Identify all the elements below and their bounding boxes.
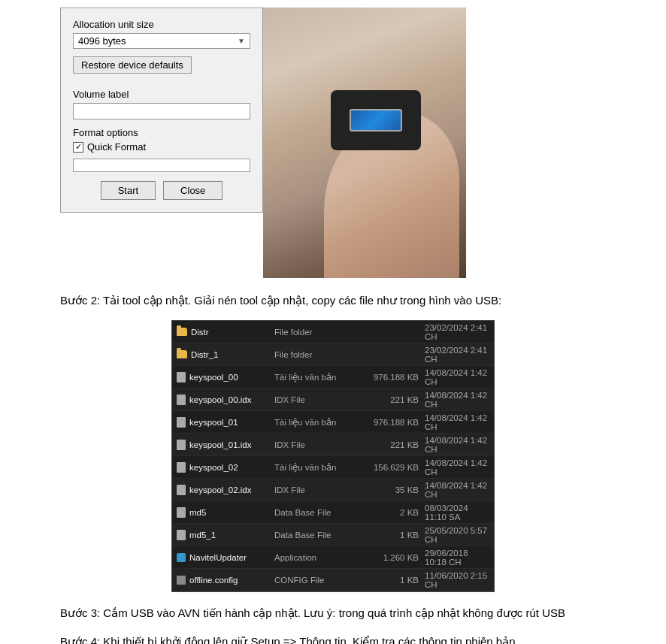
file-row: NavitelUpdater Application 1.260 KB 29/0…: [172, 546, 494, 569]
format-dialog: Allocation unit size 4096 bytes ▼ Restor…: [60, 8, 263, 213]
file-row: keyspool_01.idx IDX File 221 KB 14/08/20…: [172, 434, 494, 456]
restore-row: Restore device defaults: [73, 56, 250, 81]
file-row: keyspool_02.idx IDX File 35 KB 14/08/202…: [172, 479, 494, 501]
usb-device: [331, 90, 421, 150]
file-date: 08/03/2024 11:10 SA: [425, 503, 489, 522]
file-name: keyspool_00.idx: [177, 395, 274, 405]
volume-label-input[interactable]: [73, 103, 250, 119]
file-date: 23/02/2024 2:41 CH: [425, 323, 489, 341]
file-name: md5: [177, 507, 274, 518]
allocation-label: Allocation unit size: [73, 19, 250, 30]
allocation-select[interactable]: 4096 bytes ▼: [73, 33, 250, 49]
doc-icon: [177, 395, 186, 405]
file-type: File folder: [274, 328, 365, 337]
doc-icon: [177, 417, 186, 428]
navitel-icon: [177, 553, 186, 562]
file-size: 976.188 KB: [365, 373, 425, 382]
file-size: 1.260 KB: [365, 553, 425, 562]
file-size: 976.188 KB: [365, 418, 425, 427]
file-row: offline.config CONFIG File 1 KB 11/06/20…: [172, 569, 494, 591]
top-section: Allocation unit size 4096 bytes ▼ Restor…: [60, 8, 606, 278]
file-type: Tài liệu văn bản: [274, 462, 365, 473]
file-row: md5_1 Data Base File 1 KB 25/05/2020 5:5…: [172, 524, 494, 546]
volume-label-text: Volume label: [73, 89, 250, 100]
file-row: Distr File folder 23/02/2024 2:41 CH: [172, 321, 494, 343]
file-type: Data Base File: [274, 508, 365, 517]
file-date: 14/08/2024 1:42 CH: [425, 391, 489, 409]
quick-format-checkbox[interactable]: ✓: [73, 142, 83, 153]
dropdown-arrow-icon: ▼: [238, 37, 245, 45]
allocation-row: Allocation unit size 4096 bytes ▼: [73, 19, 250, 49]
progress-bar: [73, 159, 250, 172]
file-type: IDX File: [274, 485, 365, 494]
file-date: 25/05/2020 5:57 CH: [425, 526, 489, 544]
step3-text: Bước 3: Cắm USB vào AVN tiến hành cập nh…: [60, 604, 606, 622]
file-name: keyspool_01: [177, 417, 274, 428]
quick-format-label: Quick Format: [87, 141, 146, 153]
file-row: keyspool_01 Tài liệu văn bản 976.188 KB …: [172, 411, 494, 434]
file-date: 14/08/2024 1:42 CH: [425, 436, 489, 454]
usb-photo: [263, 8, 466, 278]
file-row: keyspool_00 Tài liệu văn bản 976.188 KB …: [172, 366, 494, 389]
file-date: 14/08/2024 1:42 CH: [425, 368, 489, 386]
file-type: Tài liệu văn bản: [274, 417, 365, 428]
volume-label-row: Volume label: [73, 89, 250, 119]
file-type: Application: [274, 553, 365, 562]
quick-format-row: ✓ Quick Format: [73, 141, 250, 153]
file-row: md5 Data Base File 2 KB 08/03/2024 11:10…: [172, 501, 494, 524]
doc-icon: [177, 485, 186, 495]
steps-section: Bước 3: Cắm USB vào AVN tiến hành cập nh…: [60, 604, 606, 644]
doc-icon: [177, 530, 186, 540]
usb-port: [350, 109, 402, 132]
file-size: 35 KB: [365, 485, 425, 494]
dialog-buttons-row: Start Close: [73, 181, 250, 200]
file-type: CONFIG File: [274, 576, 365, 585]
format-options-group: Format options ✓ Quick Format: [73, 127, 250, 153]
file-name: keyspool_01.idx: [177, 440, 274, 450]
file-size: 221 KB: [365, 440, 425, 449]
file-explorer: Distr File folder 23/02/2024 2:41 CH Dis…: [171, 320, 495, 592]
folder-icon: [177, 350, 187, 358]
file-name: NavitelUpdater: [177, 553, 274, 562]
file-date: 29/06/2018 10:18 CH: [425, 549, 489, 567]
file-row: keyspool_02 Tài liệu văn bản 156.629 KB …: [172, 456, 494, 479]
file-name: keyspool_02.idx: [177, 485, 274, 495]
file-explorer-container: Distr File folder 23/02/2024 2:41 CH Dis…: [60, 320, 606, 592]
doc-icon: [177, 440, 186, 450]
allocation-value: 4096 bytes: [78, 35, 126, 47]
file-type: File folder: [274, 350, 365, 359]
file-name: Distr: [177, 328, 274, 337]
doc-icon: [177, 372, 186, 382]
file-type: IDX File: [274, 395, 365, 404]
file-date: 23/02/2024 2:41 CH: [425, 346, 489, 364]
file-row: keyspool_00.idx IDX File 221 KB 14/08/20…: [172, 389, 494, 411]
file-type: Tài liệu văn bản: [274, 372, 365, 382]
file-name: keyspool_00: [177, 372, 274, 382]
file-row: Distr_1 File folder 23/02/2024 2:41 CH: [172, 343, 494, 366]
folder-icon: [177, 328, 187, 336]
restore-defaults-button[interactable]: Restore device defaults: [73, 56, 192, 74]
file-size: 1 KB: [365, 531, 425, 540]
file-type: IDX File: [274, 440, 365, 449]
file-type: Data Base File: [274, 531, 365, 540]
file-date: 14/08/2024 1:42 CH: [425, 458, 489, 476]
file-date: 14/08/2024 1:42 CH: [425, 481, 489, 499]
page-content: Allocation unit size 4096 bytes ▼ Restor…: [0, 0, 666, 644]
file-date: 14/08/2024 1:42 CH: [425, 413, 489, 431]
step4-text: Bước 4: Khi thiết bị khởi động lên giữ S…: [60, 633, 606, 644]
doc-icon: [177, 507, 186, 518]
file-name: md5_1: [177, 530, 274, 540]
close-button[interactable]: Close: [163, 181, 223, 200]
step2-text: Bước 2: Tải tool cập nhật. Giải nén tool…: [60, 292, 606, 310]
format-options-label: Format options: [73, 127, 250, 138]
file-size: 2 KB: [365, 508, 425, 517]
start-button[interactable]: Start: [101, 181, 156, 200]
config-icon: [177, 576, 186, 585]
file-date: 11/06/2020 2:15 CH: [425, 571, 489, 589]
file-size: 156.629 KB: [365, 463, 425, 472]
file-name: keyspool_02: [177, 462, 274, 473]
file-size: 221 KB: [365, 395, 425, 404]
file-size: 1 KB: [365, 576, 425, 585]
file-name: offline.config: [177, 576, 274, 585]
file-name: Distr_1: [177, 350, 274, 359]
